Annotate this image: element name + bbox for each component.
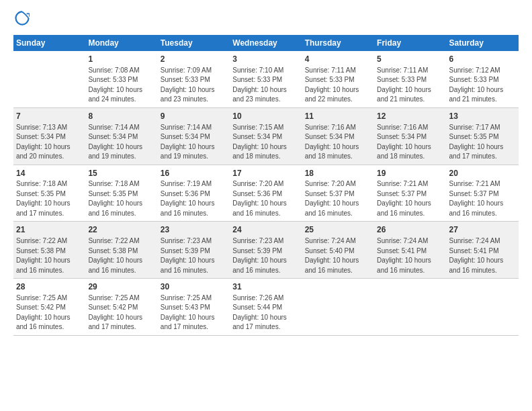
calendar-cell [13, 51, 85, 107]
cell-content: Sunrise: 7:25 AMSunset: 5:42 PMDaylight:… [16, 293, 83, 332]
cell-content: Sunrise: 7:11 AMSunset: 5:33 PMDaylight:… [305, 66, 371, 105]
calendar-header: SundayMondayTuesdayWednesdayThursdayFrid… [13, 35, 519, 51]
day-number: 26 [377, 224, 443, 236]
week-row-1: 7Sunrise: 7:13 AMSunset: 5:34 PMDaylight… [13, 107, 519, 165]
cell-content: Sunrise: 7:23 AMSunset: 5:39 PMDaylight:… [161, 236, 227, 275]
calendar-cell: 3Sunrise: 7:10 AMSunset: 5:33 PMDaylight… [230, 51, 302, 107]
week-row-0: 1Sunrise: 7:08 AMSunset: 5:33 PMDaylight… [13, 51, 519, 107]
calendar-cell: 23Sunrise: 7:23 AMSunset: 5:39 PMDayligh… [158, 222, 230, 279]
calendar-cell: 21Sunrise: 7:22 AMSunset: 5:38 PMDayligh… [13, 222, 85, 279]
day-number: 29 [88, 281, 154, 293]
calendar-cell: 10Sunrise: 7:15 AMSunset: 5:34 PMDayligh… [230, 107, 302, 165]
day-number: 27 [449, 224, 516, 236]
calendar-body: 1Sunrise: 7:08 AMSunset: 5:33 PMDaylight… [13, 51, 519, 335]
day-number: 31 [232, 281, 299, 293]
cell-content: Sunrise: 7:25 AMSunset: 5:43 PMDaylight:… [161, 293, 227, 332]
cell-content: Sunrise: 7:25 AMSunset: 5:42 PMDaylight:… [88, 293, 154, 332]
day-number: 22 [88, 224, 154, 236]
day-number: 17 [232, 168, 299, 179]
calendar-cell: 5Sunrise: 7:11 AMSunset: 5:33 PMDaylight… [374, 51, 446, 107]
header-cell-saturday: Saturday [447, 35, 519, 51]
cell-content: Sunrise: 7:14 AMSunset: 5:34 PMDaylight:… [161, 123, 227, 162]
cell-content: Sunrise: 7:24 AMSunset: 5:41 PMDaylight:… [377, 236, 443, 275]
calendar-cell: 11Sunrise: 7:16 AMSunset: 5:34 PMDayligh… [302, 107, 374, 165]
day-number: 16 [161, 168, 227, 179]
day-number: 3 [232, 54, 299, 65]
day-number: 7 [16, 111, 83, 122]
day-number: 8 [88, 111, 154, 122]
cell-content: Sunrise: 7:18 AMSunset: 5:35 PMDaylight:… [16, 179, 83, 218]
day-number: 21 [16, 224, 83, 236]
calendar-cell: 29Sunrise: 7:25 AMSunset: 5:42 PMDayligh… [85, 279, 157, 336]
header-cell-thursday: Thursday [302, 35, 374, 51]
calendar-cell: 27Sunrise: 7:24 AMSunset: 5:41 PMDayligh… [447, 222, 519, 279]
day-number: 15 [88, 168, 154, 179]
calendar-table: SundayMondayTuesdayWednesdayThursdayFrid… [13, 35, 519, 336]
day-number: 6 [449, 54, 516, 65]
cell-content: Sunrise: 7:24 AMSunset: 5:41 PMDaylight:… [449, 236, 516, 275]
cell-content: Sunrise: 7:17 AMSunset: 5:35 PMDaylight:… [449, 123, 516, 162]
calendar-cell: 28Sunrise: 7:25 AMSunset: 5:42 PMDayligh… [13, 279, 85, 336]
cell-content: Sunrise: 7:18 AMSunset: 5:35 PMDaylight:… [88, 179, 154, 218]
day-number: 13 [449, 111, 516, 122]
day-number: 12 [377, 111, 443, 122]
calendar-cell: 12Sunrise: 7:16 AMSunset: 5:34 PMDayligh… [374, 107, 446, 165]
cell-content: Sunrise: 7:19 AMSunset: 5:36 PMDaylight:… [161, 179, 227, 218]
day-number: 14 [16, 168, 83, 179]
day-number: 2 [161, 54, 227, 65]
cell-content: Sunrise: 7:21 AMSunset: 5:37 PMDaylight:… [449, 179, 516, 218]
week-row-4: 28Sunrise: 7:25 AMSunset: 5:42 PMDayligh… [13, 279, 519, 336]
cell-content: Sunrise: 7:26 AMSunset: 5:44 PMDaylight:… [232, 293, 299, 332]
cell-content: Sunrise: 7:10 AMSunset: 5:33 PMDaylight:… [232, 66, 299, 105]
cell-content: Sunrise: 7:12 AMSunset: 5:33 PMDaylight:… [449, 66, 516, 105]
calendar-cell: 31Sunrise: 7:26 AMSunset: 5:44 PMDayligh… [230, 279, 302, 336]
header-cell-friday: Friday [374, 35, 446, 51]
calendar-cell: 20Sunrise: 7:21 AMSunset: 5:37 PMDayligh… [447, 165, 519, 222]
header-cell-wednesday: Wednesday [230, 35, 302, 51]
cell-content: Sunrise: 7:22 AMSunset: 5:38 PMDaylight:… [16, 236, 83, 275]
calendar-cell: 22Sunrise: 7:22 AMSunset: 5:38 PMDayligh… [85, 222, 157, 279]
week-row-3: 21Sunrise: 7:22 AMSunset: 5:38 PMDayligh… [13, 222, 519, 279]
calendar-cell: 30Sunrise: 7:25 AMSunset: 5:43 PMDayligh… [158, 279, 230, 336]
calendar-cell [302, 279, 374, 336]
cell-content: Sunrise: 7:15 AMSunset: 5:34 PMDaylight:… [232, 123, 299, 162]
calendar-cell: 15Sunrise: 7:18 AMSunset: 5:35 PMDayligh… [85, 165, 157, 222]
calendar-cell: 6Sunrise: 7:12 AMSunset: 5:33 PMDaylight… [447, 51, 519, 107]
calendar-cell: 7Sunrise: 7:13 AMSunset: 5:34 PMDaylight… [13, 107, 85, 165]
calendar-cell: 16Sunrise: 7:19 AMSunset: 5:36 PMDayligh… [158, 165, 230, 222]
day-number: 24 [232, 224, 299, 236]
day-number: 19 [377, 168, 443, 179]
cell-content: Sunrise: 7:16 AMSunset: 5:34 PMDaylight:… [377, 123, 443, 162]
day-number: 1 [88, 54, 154, 65]
day-number: 28 [16, 281, 83, 293]
day-number: 10 [232, 111, 299, 122]
calendar-cell [447, 279, 519, 336]
cell-content: Sunrise: 7:22 AMSunset: 5:38 PMDaylight:… [88, 236, 154, 275]
cell-content: Sunrise: 7:08 AMSunset: 5:33 PMDaylight:… [88, 66, 154, 105]
cell-content: Sunrise: 7:20 AMSunset: 5:36 PMDaylight:… [232, 179, 299, 218]
cell-content: Sunrise: 7:23 AMSunset: 5:39 PMDaylight:… [232, 236, 299, 275]
calendar-cell: 2Sunrise: 7:09 AMSunset: 5:33 PMDaylight… [158, 51, 230, 107]
day-number: 25 [305, 224, 371, 236]
cell-content: Sunrise: 7:14 AMSunset: 5:34 PMDaylight:… [88, 123, 154, 162]
logo-icon [15, 11, 30, 26]
day-number: 11 [305, 111, 371, 122]
day-number: 18 [305, 168, 371, 179]
calendar-cell: 18Sunrise: 7:20 AMSunset: 5:37 PMDayligh… [302, 165, 374, 222]
calendar-cell: 1Sunrise: 7:08 AMSunset: 5:33 PMDaylight… [85, 51, 157, 107]
header-cell-tuesday: Tuesday [158, 35, 230, 51]
cell-content: Sunrise: 7:20 AMSunset: 5:37 PMDaylight:… [305, 179, 371, 218]
calendar-cell: 8Sunrise: 7:14 AMSunset: 5:34 PMDaylight… [85, 107, 157, 165]
calendar-cell: 19Sunrise: 7:21 AMSunset: 5:37 PMDayligh… [374, 165, 446, 222]
cell-content: Sunrise: 7:21 AMSunset: 5:37 PMDaylight:… [377, 179, 443, 218]
day-number: 23 [161, 224, 227, 236]
calendar-cell: 24Sunrise: 7:23 AMSunset: 5:39 PMDayligh… [230, 222, 302, 279]
header-cell-sunday: Sunday [13, 35, 85, 51]
calendar-cell: 25Sunrise: 7:24 AMSunset: 5:40 PMDayligh… [302, 222, 374, 279]
calendar-cell [374, 279, 446, 336]
calendar-cell: 4Sunrise: 7:11 AMSunset: 5:33 PMDaylight… [302, 51, 374, 107]
cell-content: Sunrise: 7:11 AMSunset: 5:33 PMDaylight:… [377, 66, 443, 105]
day-number: 20 [449, 168, 516, 179]
calendar-cell: 13Sunrise: 7:17 AMSunset: 5:35 PMDayligh… [447, 107, 519, 165]
cell-content: Sunrise: 7:16 AMSunset: 5:34 PMDaylight:… [305, 123, 371, 162]
